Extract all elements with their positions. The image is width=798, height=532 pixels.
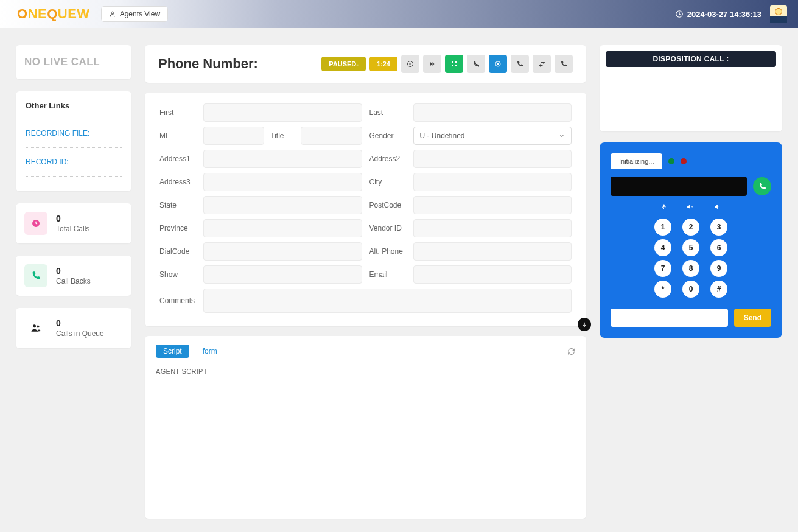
svg-point-5	[408, 61, 413, 67]
input-vendor-id[interactable]	[413, 219, 572, 237]
send-row: Send	[611, 309, 771, 327]
key-6[interactable]: 6	[710, 239, 727, 256]
queue-label: Calls in Queue	[56, 329, 104, 338]
label-dialcode: DialCode	[159, 247, 196, 256]
label-gender: Gender	[369, 131, 406, 140]
input-first[interactable]	[203, 103, 362, 122]
label-title: Title	[270, 131, 295, 140]
input-show[interactable]	[203, 265, 362, 284]
main-column: Phone Number: PAUSED- 1:24 First Last	[145, 45, 586, 519]
input-title[interactable]	[301, 127, 362, 145]
key-4[interactable]: 4	[654, 239, 671, 256]
stat-text: 0 Call Backs	[56, 266, 91, 285]
key-star[interactable]: *	[654, 281, 671, 298]
recording-file-link[interactable]: RECORDING FILE:	[26, 124, 122, 142]
clock-fill-icon	[24, 212, 47, 235]
dial-call-button[interactable]	[753, 177, 771, 195]
input-dialcode[interactable]	[203, 242, 362, 261]
agent-script-text: AGENT SCRIPT	[156, 368, 575, 375]
select-gender[interactable]: U - Undefined	[413, 127, 572, 145]
input-address2[interactable]	[413, 150, 572, 168]
key-8[interactable]: 8	[682, 260, 699, 277]
other-links-heading: Other Links	[26, 101, 122, 110]
queue-value: 0	[56, 318, 104, 328]
initializing-chip: Initializing...	[611, 153, 662, 169]
key-hash[interactable]: #	[710, 281, 727, 298]
svg-rect-6	[452, 61, 453, 63]
script-card: Script form AGENT SCRIPT	[145, 336, 586, 519]
input-comments[interactable]	[203, 289, 572, 313]
call-button[interactable]	[511, 55, 529, 73]
phone-icon	[758, 183, 766, 191]
input-mi[interactable]	[203, 127, 264, 145]
input-province[interactable]	[203, 219, 362, 237]
scroll-down-button[interactable]	[578, 318, 591, 331]
key-5[interactable]: 5	[682, 239, 699, 256]
dialer-keypad: 1 2 3 4 5 6 7 8 9 * 0 #	[611, 219, 771, 298]
hangup-button[interactable]	[555, 55, 573, 73]
volume-up-icon[interactable]: +	[687, 203, 695, 210]
pause-button[interactable]	[401, 55, 419, 73]
stat-text: 0 Total Calls	[56, 214, 89, 233]
dialer-card: Initializing... + - 1 2 3 4 5	[600, 142, 782, 338]
key-7[interactable]: 7	[654, 260, 671, 277]
header-clock: 2024-03-27 14:36:13	[675, 10, 761, 19]
key-9[interactable]: 9	[710, 260, 727, 277]
input-address3[interactable]	[203, 173, 362, 191]
disposition-header: DISPOSITION CALL :	[606, 51, 776, 67]
label-show: Show	[159, 270, 196, 279]
label-vendor-id: Vendor ID	[369, 224, 406, 233]
record-id-link[interactable]: RECORD ID:	[26, 153, 122, 171]
key-2[interactable]: 2	[682, 219, 699, 236]
input-address1[interactable]	[203, 150, 362, 168]
volume-down-icon[interactable]: -	[714, 203, 722, 210]
header-right: 2024-03-27 14:36:13	[675, 5, 787, 23]
user-avatar[interactable]	[770, 5, 787, 23]
input-postcode[interactable]	[413, 196, 572, 214]
label-postcode: PostCode	[369, 201, 406, 209]
refresh-button[interactable]	[567, 348, 575, 355]
label-province: Province	[159, 224, 196, 233]
record-button[interactable]	[489, 55, 507, 73]
live-call-status: NO LIVE CALL	[16, 45, 131, 79]
label-last: Last	[369, 108, 406, 117]
label-address3: Address3	[159, 178, 196, 186]
key-3[interactable]: 3	[710, 219, 727, 236]
refresh-icon	[567, 348, 575, 355]
user-icon	[109, 10, 116, 18]
input-state[interactable]	[203, 196, 362, 214]
svg-rect-8	[452, 65, 453, 66]
tab-script[interactable]: Script	[156, 345, 189, 358]
agents-view-button[interactable]: Agents View	[101, 6, 169, 22]
send-input[interactable]	[611, 309, 728, 327]
label-address2: Address2	[369, 155, 406, 163]
input-last[interactable]	[413, 103, 572, 122]
input-email[interactable]	[413, 265, 572, 284]
label-email: Email	[369, 270, 406, 279]
mute-button[interactable]	[467, 55, 485, 73]
dialer-mini-controls: + -	[611, 203, 771, 210]
send-button[interactable]: Send	[734, 309, 771, 327]
other-links-card: Other Links RECORDING FILE: RECORD ID:	[16, 91, 131, 191]
clock-icon	[675, 10, 684, 18]
dial-number-input[interactable]	[611, 177, 747, 196]
skip-button[interactable]	[423, 55, 441, 73]
input-alt-phone[interactable]	[413, 242, 572, 261]
label-first: First	[159, 108, 196, 117]
total-calls-label: Total Calls	[56, 225, 89, 233]
dialpad-button[interactable]	[445, 55, 463, 73]
svg-text:-: -	[718, 205, 719, 208]
input-city[interactable]	[413, 173, 572, 191]
disposition-card: DISPOSITION CALL :	[600, 45, 782, 131]
divider	[26, 119, 122, 119]
tab-form[interactable]: form	[195, 345, 225, 358]
dial-input-row	[611, 177, 771, 196]
label-alt-phone: Alt. Phone	[369, 247, 406, 256]
mic-icon[interactable]	[660, 203, 667, 210]
transfer-button[interactable]	[533, 55, 551, 73]
key-1[interactable]: 1	[654, 219, 671, 236]
agents-view-label: Agents View	[120, 10, 161, 18]
label-address1: Address1	[159, 155, 196, 163]
svg-point-3	[33, 324, 36, 327]
key-0[interactable]: 0	[682, 281, 699, 298]
